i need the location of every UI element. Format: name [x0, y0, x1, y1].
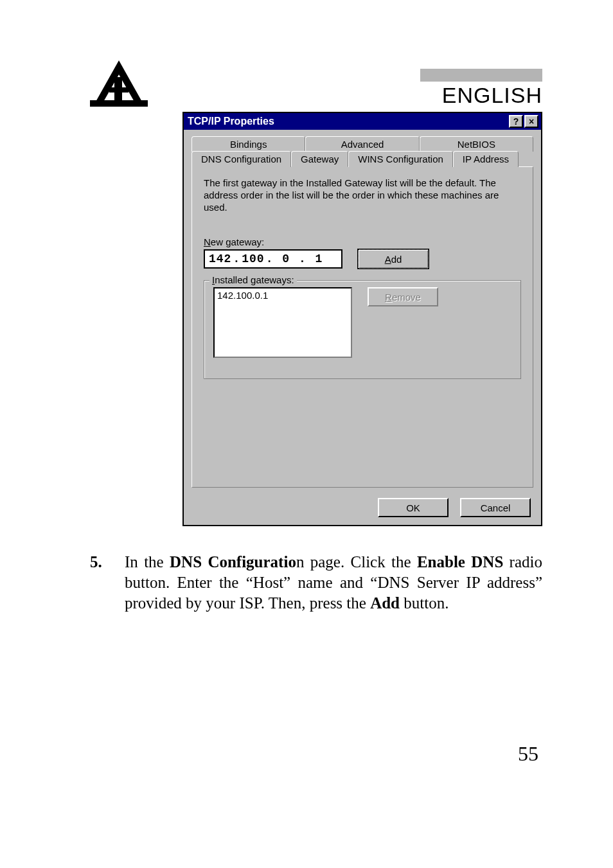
page-number: 55: [90, 742, 542, 766]
tcpip-properties-dialog: TCP/IP Properties ? × Bindings Advanced …: [182, 112, 542, 526]
ok-button[interactable]: OK: [378, 498, 449, 517]
tab-panel-gateway: The first gateway in the Installed Gatew…: [191, 166, 533, 488]
remove-button[interactable]: Remove: [368, 287, 438, 306]
ip-dot: .: [231, 252, 242, 265]
ip-octet-3[interactable]: 0: [282, 252, 290, 265]
header-accent-bar: [420, 69, 542, 82]
new-gateway-mnemonic: N: [204, 236, 211, 247]
add-label-text: dd: [391, 254, 402, 265]
ip-dot: .: [265, 252, 275, 265]
add-button[interactable]: Add: [358, 249, 429, 269]
instr-span: button.: [400, 594, 449, 612]
close-button[interactable]: ×: [524, 115, 538, 128]
installed-gateways-list[interactable]: 142.100.0.1: [213, 287, 352, 358]
ip-octet-1[interactable]: 142: [209, 252, 231, 265]
tab-ip-address[interactable]: IP Address: [453, 151, 519, 167]
tab-wins-configuration[interactable]: WINS Configuration: [348, 151, 453, 167]
new-gateway-ip-input[interactable]: 142.100. 0 . 1: [204, 249, 342, 269]
svg-rect-2: [109, 87, 129, 93]
help-button[interactable]: ?: [509, 115, 523, 128]
ip-octet-2[interactable]: 100: [242, 252, 264, 265]
instr-span: n page. Click the: [296, 553, 417, 571]
dialog-title: TCP/IP Properties: [188, 116, 274, 127]
gateway-help-text: The first gateway in the Installed Gatew…: [204, 177, 521, 213]
tab-netbios[interactable]: NetBIOS: [420, 136, 533, 152]
installed-gateways-group: Installed gateways: 142.100.0.1 Remove: [204, 280, 521, 379]
brand-logo: [90, 58, 148, 108]
add-mnemonic: A: [385, 254, 391, 265]
new-gateway-label-text: ew gateway:: [211, 236, 264, 247]
installed-label-text: nstalled gateways:: [215, 274, 294, 285]
tab-bindings[interactable]: Bindings: [191, 136, 305, 152]
remove-mnemonic: R: [385, 292, 392, 303]
tab-advanced[interactable]: Advanced: [305, 136, 419, 152]
cancel-button[interactable]: Cancel: [460, 498, 531, 517]
language-label: ENGLISH: [442, 83, 542, 108]
list-item[interactable]: 142.100.0.1: [217, 290, 348, 301]
instr-bold: DNS Configuratio: [170, 553, 296, 571]
instruction-text: In the DNS Configuration page. Click the…: [125, 552, 542, 614]
installed-gateways-label: Installed gateways:: [209, 274, 297, 285]
instr-bold: Enable DNS: [417, 553, 503, 571]
remove-label-text: emove: [392, 292, 421, 303]
dialog-titlebar: TCP/IP Properties ? ×: [184, 113, 541, 130]
instruction-step: 5. In the DNS Configuration page. Click …: [90, 552, 542, 614]
tab-gateway[interactable]: Gateway: [291, 151, 348, 167]
instr-span: In the: [125, 553, 170, 571]
ip-octet-4[interactable]: 1: [315, 252, 323, 265]
instruction-number: 5.: [90, 552, 125, 614]
new-gateway-label: New gateway:: [204, 236, 521, 247]
tab-dns-configuration[interactable]: DNS Configuration: [191, 151, 291, 167]
tab-strip: Bindings Advanced NetBIOS DNS Configurat…: [191, 136, 533, 488]
instr-bold: Add: [370, 594, 400, 612]
ip-dot: .: [298, 252, 308, 265]
